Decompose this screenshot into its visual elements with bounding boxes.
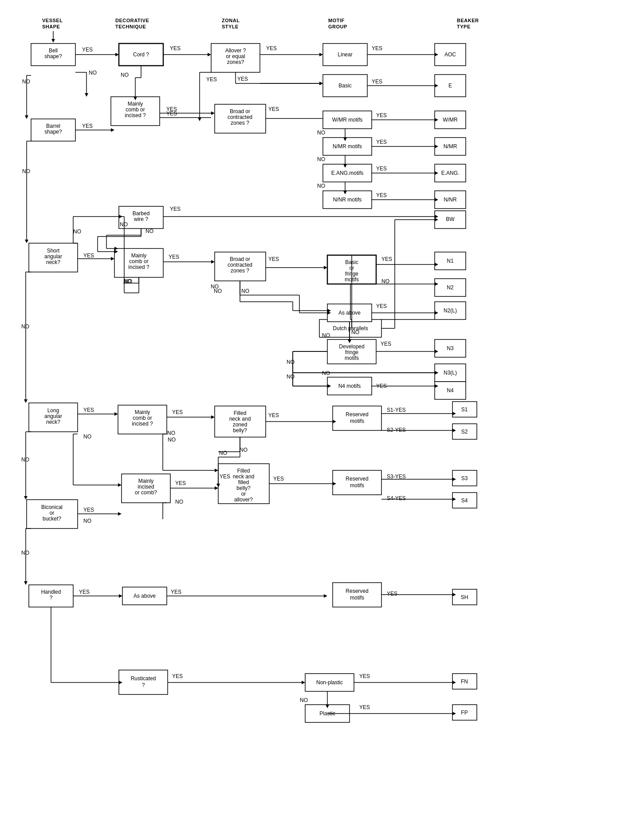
no-allover-basic: YES — [206, 76, 217, 83]
n2-label: N2 — [447, 284, 454, 291]
svg-marker-10 — [24, 399, 28, 403]
yes-to-filled-filled: YES — [220, 473, 230, 480]
handled-label1: Handled — [41, 589, 61, 595]
svg-marker-13 — [24, 496, 28, 500]
e-label: E — [448, 83, 452, 89]
broad2-label1: Broad or — [230, 256, 250, 262]
svg-marker-50 — [211, 111, 215, 115]
svg-marker-71 — [302, 681, 305, 684]
header-vessel-shape2: SHAPE — [42, 24, 60, 29]
wmr-label: W/MR — [443, 117, 458, 123]
no-barbed-wire: NO — [120, 221, 128, 228]
s4-label: S4 — [461, 497, 468, 504]
no-as-above-developed: NO — [351, 329, 359, 335]
header-motif2: GROUP — [328, 24, 347, 29]
broad1-label1: Broad or — [230, 108, 250, 114]
handled-label2: ? — [50, 595, 53, 601]
filled-filled-label2: neck and — [233, 473, 255, 480]
no-mainly3: NO — [167, 430, 175, 436]
broad2-label3: zones ? — [231, 268, 249, 274]
no-allover-label: YES — [237, 76, 248, 82]
short-neck-label3: neck? — [46, 259, 60, 265]
reserved2-label1: Reserved — [346, 476, 368, 482]
no-short-barbed: NO — [73, 229, 81, 235]
s1-yes-label: S1-YES — [387, 407, 406, 413]
svg-marker-23 — [111, 128, 114, 132]
no-label-barrel: NO — [22, 168, 30, 174]
header-motif: MOTIF — [328, 18, 345, 23]
mainly-comb1-label1: Mainly — [128, 101, 143, 107]
developed-fringe-label3: motifs — [345, 355, 359, 361]
svg-marker-44 — [208, 53, 211, 56]
svg-marker-48 — [198, 118, 201, 121]
header-beaker2: TYPE — [457, 24, 471, 29]
mainly-incised-label2: incised — [138, 484, 154, 490]
yes-broad2-basic: YES — [268, 256, 279, 262]
mainly-incised-label1: Mainly — [138, 478, 154, 484]
mainly-comb1-label3: incised ? — [125, 112, 146, 118]
reserved1-label1: Reserved — [346, 411, 368, 418]
s2-yes-label: S2-YES — [387, 427, 406, 433]
as-above-label: As above — [338, 310, 361, 316]
long-neck-label2: angular — [44, 413, 62, 419]
mainly-comb2-label3: incised ? — [128, 264, 149, 270]
header-zonal: ZONAL — [222, 18, 240, 23]
long-neck-label3: neck? — [46, 419, 60, 425]
yes-barbed-bw: YES — [170, 206, 181, 212]
filled-neck-zoned-label4: belly? — [233, 427, 247, 434]
no-mainly3-label: NO — [168, 437, 176, 443]
yes-allover-linear: YES — [266, 45, 277, 51]
no-nonplastic-plastic: NO — [300, 697, 308, 703]
linear-label: Linear — [338, 51, 352, 58]
barrel-shape-label: Barrel — [46, 123, 60, 129]
yes-short-mainly: YES — [83, 252, 94, 259]
reserved2-label2: motifs — [350, 482, 364, 489]
yes-developed-n3: YES — [381, 341, 391, 347]
yes-handled: YES — [79, 589, 90, 595]
no-wmr-nmr: NO — [317, 130, 325, 136]
no-biconical: NO — [83, 518, 91, 524]
nmr-label: N/MR — [444, 143, 457, 150]
mainly-comb3-label3: incised ? — [132, 421, 153, 427]
broad2-label2: contracted — [228, 262, 252, 268]
svg-marker-31 — [114, 412, 118, 416]
no-label-bell: NO — [22, 79, 30, 85]
s2-label: S2 — [461, 429, 468, 435]
no-eang-nnr: NO — [317, 183, 325, 189]
svg-marker-65 — [215, 469, 218, 472]
yes-mainly2-broad: YES — [169, 254, 179, 260]
eang-label: E.ANG. — [441, 170, 460, 176]
n3l-label: N3(L) — [444, 370, 457, 376]
mainly-comb3-label2: comb or — [133, 415, 152, 421]
yes-bell-cord: YES — [82, 47, 93, 53]
yes-basic-fringe-n1: YES — [381, 256, 392, 262]
s1-label: S1 — [461, 406, 468, 413]
allover-label2: or equal — [226, 53, 245, 59]
no-bell-mainly: NO — [89, 70, 97, 76]
broad1-label3: zones ? — [231, 120, 249, 126]
as-above-dec-label: As above — [134, 593, 156, 599]
yes-nonplastic-fn: YES — [359, 673, 370, 679]
filled-neck-zoned-label2: neck and — [229, 416, 251, 422]
wmr-motifs-label: W/MR motifs — [332, 117, 363, 123]
aoc-label: AOC — [444, 51, 456, 58]
yes-as-above-n2l: YES — [376, 303, 387, 309]
n3-label: N3 — [447, 345, 454, 351]
no-developed-n3l-label: NO — [287, 359, 295, 365]
svg-marker-4 — [25, 115, 28, 119]
filled-filled-label5: or — [241, 491, 246, 497]
no-developed-fringe: NO — [322, 370, 330, 376]
yes-eang-motifs-eang: YES — [376, 166, 387, 172]
reserved1-label2: motifs — [350, 418, 364, 424]
no-filled-zoned-yes: NO — [219, 450, 227, 456]
header-decorative: DECORATIVE — [115, 18, 149, 23]
mainly-comb1-label2: comb or — [126, 106, 145, 113]
no-cord-mainly: NO — [121, 72, 129, 78]
no-as-above: NO — [322, 332, 330, 339]
svg-marker-61 — [211, 415, 215, 419]
yes-mainly-incised-filled: YES — [175, 480, 186, 486]
yes-barrel-mainly: YES — [82, 123, 93, 129]
yes-basic-e: YES — [372, 79, 382, 85]
cord-label: Cord ? — [133, 51, 149, 58]
rusticated-label1: Rusticated — [131, 675, 156, 682]
